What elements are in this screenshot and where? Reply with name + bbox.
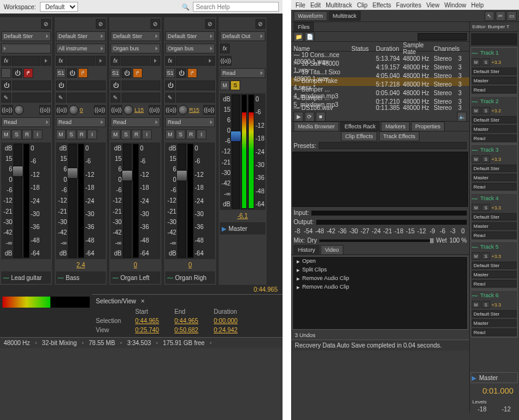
edit-slot[interactable] — [12, 93, 51, 103]
tab-multitrack[interactable]: Multitrack — [329, 11, 361, 21]
col-header[interactable]: Status — [351, 45, 376, 52]
history-item[interactable]: ▸Remove Audio Clip — [293, 282, 467, 291]
record-button[interactable]: R — [186, 130, 196, 139]
output-select[interactable]: Default Ster — [56, 31, 106, 41]
edit-slot[interactable] — [176, 93, 215, 103]
mute-button[interactable]: M — [472, 58, 480, 66]
fx-arrow[interactable] — [41, 56, 51, 66]
file-open-icon[interactable]: 📁 — [294, 32, 303, 42]
solo-button[interactable]: S — [482, 204, 490, 211]
bus-select[interactable]: Organ bus — [165, 44, 215, 53]
tool-cut[interactable]: ✂ — [496, 11, 505, 21]
mute-button[interactable]: M — [165, 130, 175, 139]
close-icon[interactable]: × — [141, 298, 144, 305]
send-select[interactable]: Master — [472, 77, 517, 84]
subtab-track-effects[interactable]: Track Effects — [379, 131, 419, 141]
effects-slots[interactable] — [292, 152, 468, 207]
output-select[interactable]: Default Ster — [472, 165, 517, 172]
menu-favorites[interactable]: Favorites — [394, 2, 423, 9]
phase-icon[interactable]: ⊘ — [205, 19, 215, 29]
stereo-icon-r[interactable]: ((o)) — [94, 105, 106, 115]
send-select[interactable]: Master — [472, 319, 517, 327]
stop-icon[interactable]: ■ — [316, 112, 326, 122]
fx-slot[interactable] — [66, 56, 95, 66]
solo-button[interactable]: S — [482, 58, 490, 66]
send-route[interactable]: ↱ — [23, 68, 33, 78]
input-monitor[interactable]: I — [33, 130, 42, 139]
track-name[interactable]: ⁓Lead guitar — [1, 271, 51, 284]
menu-file[interactable]: File — [294, 2, 307, 9]
output-select[interactable]: Default Ster — [472, 116, 517, 123]
fx-icon[interactable]: fx — [220, 44, 230, 53]
mute-button[interactable]: M — [56, 130, 66, 139]
volume-icon[interactable]: 🔈 — [457, 112, 467, 122]
menu-multitrack[interactable]: Multitrack — [324, 2, 354, 9]
play-icon[interactable]: ▶ — [294, 112, 303, 122]
send-select[interactable]: Master — [472, 271, 517, 278]
solo-button[interactable]: S — [66, 130, 76, 139]
insert-slot[interactable] — [122, 80, 160, 90]
power-icon[interactable]: ⏻ — [122, 68, 131, 78]
fx-icon[interactable]: fx — [111, 56, 120, 66]
menu-effects[interactable]: Effects — [370, 2, 392, 9]
output-select[interactable]: Default Ster — [472, 310, 517, 317]
pan-knob[interactable] — [178, 105, 188, 115]
time-value[interactable]: 0:50.682 — [174, 327, 211, 333]
solo-button[interactable]: S — [482, 107, 490, 114]
volume-value[interactable]: 0 — [111, 260, 160, 270]
tab-media-browser[interactable]: Media Browser — [294, 122, 339, 131]
tool-move[interactable]: ↖ — [485, 11, 494, 21]
send-route[interactable]: ↱ — [187, 68, 197, 78]
volume-fader[interactable] — [14, 144, 22, 258]
col-header[interactable]: Channels — [434, 45, 458, 52]
fx-icon[interactable]: fx — [56, 56, 66, 66]
send-route[interactable]: ↱ — [133, 68, 142, 78]
output-select[interactable]: Default Ster — [165, 31, 215, 41]
fx-icon[interactable]: fx — [1, 56, 11, 66]
solo-button[interactable]: S — [482, 252, 490, 260]
record-button[interactable]: R — [131, 130, 141, 139]
edit-icon[interactable]: ✎ — [165, 93, 175, 103]
automation-mode[interactable]: Read — [111, 117, 160, 127]
input-monitor[interactable]: I — [87, 130, 97, 139]
track-name[interactable]: ⁓Organ Righ — [165, 271, 215, 284]
insert-slot[interactable] — [67, 80, 106, 90]
stereo-icon[interactable]: ((o)) — [111, 105, 122, 115]
menu-edit[interactable]: Edit — [308, 2, 322, 9]
automation-mode[interactable]: Read — [472, 329, 517, 336]
file-search[interactable] — [418, 33, 467, 41]
pan-knob[interactable] — [69, 105, 79, 115]
tool-select[interactable]: ▭ — [507, 11, 517, 21]
fx-arrow[interactable] — [205, 56, 215, 66]
send-select[interactable]: Master — [472, 222, 517, 230]
time-value[interactable]: 0:24.942 — [214, 327, 251, 333]
tab-video[interactable]: Video — [321, 245, 343, 255]
menu-window[interactable]: Window — [442, 2, 468, 9]
solo-button[interactable]: S — [12, 130, 21, 139]
output-select[interactable]: Default Out — [220, 31, 265, 41]
bus-select[interactable]: All instrume — [56, 44, 106, 53]
fx-slot[interactable] — [121, 56, 150, 66]
input-monitor[interactable]: I — [197, 130, 206, 139]
record-button[interactable]: R — [22, 130, 32, 139]
fx-arrow[interactable] — [96, 56, 106, 66]
mute-button[interactable]: M — [472, 107, 480, 114]
power-icon[interactable]: ⏻ — [176, 68, 186, 78]
menu-help[interactable]: Help — [469, 2, 486, 9]
fx-slot[interactable] — [12, 56, 41, 66]
stereo-icon[interactable]: ((o)) — [1, 105, 13, 115]
edit-slot[interactable] — [122, 93, 160, 103]
phase-icon[interactable]: ⊘ — [96, 19, 106, 29]
col-header[interactable]: Duration — [376, 45, 403, 52]
edit-icon[interactable]: ✎ — [1, 93, 11, 103]
stereo-icon-r[interactable]: ((o)) — [203, 105, 215, 115]
loop-icon[interactable]: ⟳ — [305, 112, 314, 122]
solo-button[interactable]: S — [482, 301, 490, 308]
automation-mode[interactable]: Read — [56, 117, 106, 127]
track-name[interactable]: ⁓Organ Left — [111, 271, 160, 284]
automation-mode[interactable]: Read — [472, 280, 517, 287]
tab-history[interactable]: History — [294, 245, 319, 255]
solo-button[interactable]: S — [230, 80, 240, 90]
fx-icon[interactable]: fx — [165, 56, 175, 66]
insert-slot[interactable] — [12, 80, 51, 90]
